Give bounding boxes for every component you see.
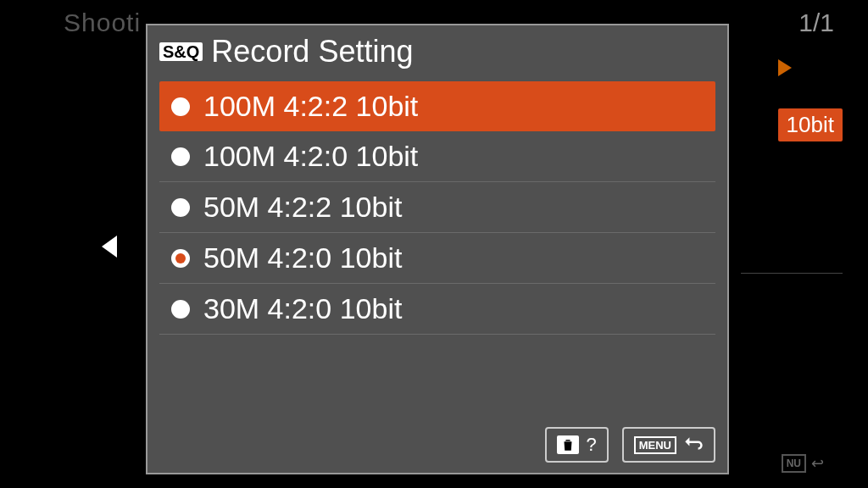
option-100m-422-10bit[interactable]: 100M 4:2:2 10bit [159, 81, 715, 131]
bg-next-arrow-icon [778, 59, 792, 76]
help-label: ? [586, 434, 596, 456]
option-label: 50M 4:2:0 10bit [203, 241, 402, 274]
option-50m-420-10bit[interactable]: 50M 4:2:0 10bit [159, 233, 715, 284]
bg-breadcrumb: Shooti [64, 8, 141, 37]
bg-divider [741, 273, 843, 274]
modal-title: Record Setting [211, 34, 413, 69]
radio-icon [171, 97, 190, 116]
radio-icon [171, 300, 190, 319]
record-setting-modal: S&Q Record Setting 100M 4:2:2 10bit 100M… [146, 24, 729, 474]
bg-page-indicator: 1/1 [798, 8, 834, 37]
option-label: 100M 4:2:2 10bit [203, 90, 418, 123]
option-label: 50M 4:2:2 10bit [203, 191, 402, 224]
sq-badge-icon: S&Q [159, 42, 203, 61]
option-50m-422-10bit[interactable]: 50M 4:2:2 10bit [159, 182, 715, 233]
menu-back-button[interactable]: MENU [622, 427, 715, 463]
bg-format-badge: 10bit [778, 108, 843, 141]
radio-icon-selected [171, 249, 190, 268]
back-arrow-icon [683, 435, 704, 455]
menu-box-icon: MENU [634, 436, 676, 454]
modal-header: S&Q Record Setting [147, 25, 727, 81]
left-nav-arrow-icon[interactable] [102, 236, 117, 258]
option-label: 30M 4:2:0 10bit [203, 292, 402, 325]
help-button[interactable]: ? [545, 427, 608, 463]
option-label: 100M 4:2:0 10bit [203, 140, 418, 173]
modal-footer: ? MENU [147, 419, 727, 473]
radio-icon [171, 198, 190, 217]
option-30m-420-10bit[interactable]: 30M 4:2:0 10bit [159, 284, 715, 335]
bg-menu-back: NU ↩ [782, 454, 824, 473]
options-list: 100M 4:2:2 10bit 100M 4:2:0 10bit 50M 4:… [147, 81, 727, 419]
radio-icon [171, 147, 190, 166]
option-100m-420-10bit[interactable]: 100M 4:2:0 10bit [159, 131, 715, 182]
trash-icon [557, 435, 579, 454]
